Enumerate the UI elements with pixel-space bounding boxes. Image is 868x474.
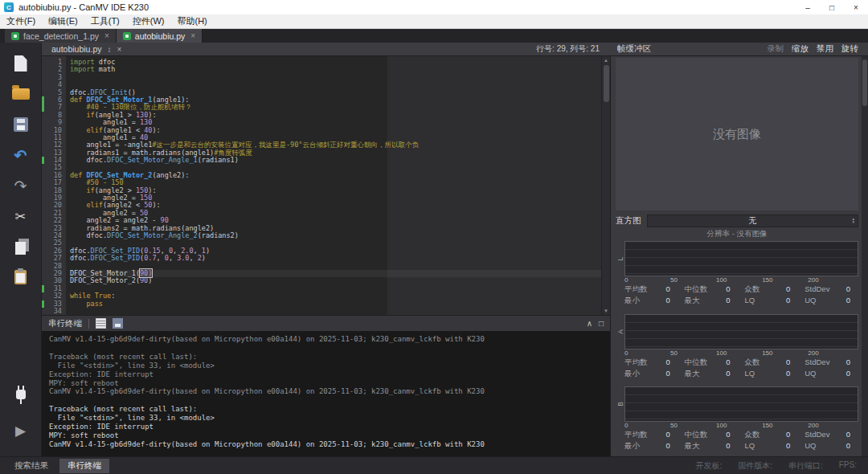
code-line: def DFOC_Set_Motor_2(angle2): bbox=[70, 172, 601, 179]
stat-中位数: 中位数0 bbox=[685, 358, 739, 368]
stat-value: 0 bbox=[726, 284, 730, 295]
right-scrollbar-thumb[interactable] bbox=[862, 59, 867, 106]
histogram-plot bbox=[624, 314, 858, 349]
stat-平均数: 平均数0 bbox=[624, 358, 678, 368]
histogram-mode-value: 无 bbox=[748, 215, 756, 227]
divider bbox=[88, 319, 89, 329]
save-log-icon[interactable] bbox=[113, 318, 123, 329]
tick-label: 0 bbox=[624, 276, 628, 284]
tick-label: 100 bbox=[716, 422, 727, 429]
framebuffer-button-禁用[interactable]: 禁用 bbox=[817, 43, 833, 55]
stat-StdDev: StdDev0 bbox=[805, 358, 858, 368]
right-panel-scrollbar[interactable] bbox=[862, 56, 868, 456]
paste-icon bbox=[14, 270, 27, 284]
menu-bar: 文件(F)编辑(E)工具(T)控件(W)帮助(H) bbox=[0, 14, 868, 29]
close-tab-icon[interactable]: × bbox=[104, 31, 109, 40]
toolbar-new-file-button[interactable] bbox=[6, 51, 35, 76]
window-controls: – □ × bbox=[796, 0, 868, 14]
text-cursor bbox=[152, 270, 153, 277]
popout-panel-icon[interactable]: □ bbox=[599, 319, 604, 328]
file-icon bbox=[11, 32, 19, 40]
toolbar-open-file-button[interactable] bbox=[6, 81, 35, 107]
stat-label: 中位数 bbox=[685, 284, 708, 295]
toolbar-redo-button[interactable] bbox=[6, 173, 35, 198]
stat-label: StdDev bbox=[805, 430, 829, 440]
toolbar-copy-button[interactable] bbox=[6, 234, 35, 259]
stat-label: 众数 bbox=[745, 284, 760, 295]
toolbar-paste-button[interactable] bbox=[6, 264, 35, 290]
status-info-item: FPS: bbox=[839, 460, 857, 472]
terminal-title: 串行终端 bbox=[48, 318, 82, 329]
stat-value: 0 bbox=[846, 358, 850, 368]
record-button[interactable]: 录制 bbox=[767, 43, 784, 55]
stat-value: 0 bbox=[665, 369, 669, 379]
toolbar-save-file-button[interactable] bbox=[6, 112, 35, 137]
histogram-plot bbox=[624, 386, 858, 422]
statusbar-tab-串行终端[interactable]: 串行终端 bbox=[59, 459, 109, 473]
editor-code-area[interactable]: import dfocimport math dfoc.DFOC_Init()d… bbox=[66, 56, 601, 315]
terminal-line: Traceback (most recent call last): bbox=[49, 405, 603, 414]
scroll-up-icon[interactable]: ▲ bbox=[604, 57, 608, 63]
tick-label: 200 bbox=[808, 276, 818, 284]
code-line bbox=[70, 308, 601, 315]
terminal-line: CanMV v1.4-15-gb6d9def-dirty(based on Mi… bbox=[49, 387, 603, 396]
terminal-line: Traceback (most recent call last): bbox=[49, 353, 603, 362]
editor-filename[interactable]: autobiubiu.py bbox=[51, 44, 101, 54]
toolbar-run-button[interactable] bbox=[6, 418, 35, 443]
menu-item[interactable]: 工具(T) bbox=[84, 15, 126, 27]
menu-item[interactable]: 编辑(E) bbox=[42, 15, 84, 27]
stat-label: LQ bbox=[745, 369, 755, 379]
scrollbar-thumb[interactable] bbox=[604, 65, 609, 102]
terminal-output[interactable]: CanMV v1.4-15-gb6d9def-dirty(based on Mi… bbox=[42, 331, 610, 456]
editor-tab[interactable]: face_detection_1.py× bbox=[5, 29, 117, 43]
stat-value: 0 bbox=[665, 430, 669, 440]
minimize-button[interactable]: – bbox=[796, 0, 820, 14]
close-tab-icon[interactable]: × bbox=[190, 31, 195, 40]
menu-item[interactable]: 文件(F) bbox=[0, 15, 42, 27]
terminal-line: MPY: soft reboot bbox=[49, 431, 603, 440]
stat-label: UQ bbox=[805, 369, 816, 379]
body-row: 1234567891011121314151617181920212223242… bbox=[42, 56, 868, 456]
histogram-chart-block: B050100150200平均数0中位数0众数0StdDev0最小0最大0LQ0… bbox=[616, 386, 858, 452]
tick-label: 0 bbox=[624, 422, 628, 429]
maximize-button[interactable]: □ bbox=[820, 0, 844, 14]
close-button[interactable]: × bbox=[844, 0, 868, 14]
x-axis-ticks: 050100150200 bbox=[624, 422, 858, 430]
collapse-panel-icon[interactable]: ∧ bbox=[587, 319, 592, 328]
histogram-stats: 平均数0中位数0众数0StdDev0最小0最大0LQ0UQ0 bbox=[624, 430, 858, 452]
editor-tab[interactable]: autobiubiu.py× bbox=[117, 29, 203, 43]
tick-label: 50 bbox=[670, 422, 678, 429]
stat-label: 平均数 bbox=[624, 284, 648, 295]
menu-item[interactable]: 帮助(H) bbox=[170, 15, 213, 27]
tick-label: 150 bbox=[762, 422, 772, 429]
scroll-down-icon[interactable]: ▼ bbox=[604, 308, 608, 314]
statusbar-tab-搜索结果[interactable]: 搜索结果 bbox=[6, 459, 56, 473]
stat-value: 0 bbox=[726, 430, 730, 440]
framebuffer-button-旋转[interactable]: 旋转 bbox=[841, 43, 858, 55]
stat-UQ: UQ0 bbox=[805, 441, 858, 452]
histogram-chart-block: L050100150200平均数0中位数0众数0StdDev0最小0最大0LQ0… bbox=[616, 241, 858, 306]
split-editor-icon[interactable]: ↕ bbox=[107, 45, 111, 54]
histogram-stats: 平均数0中位数0众数0StdDev0最小0最大0LQ0UQ0 bbox=[624, 358, 858, 379]
no-image-placeholder: 没有图像 bbox=[713, 127, 761, 142]
spinner-arrows-icon[interactable]: ▲▼ bbox=[852, 218, 855, 225]
editor-scrollbar[interactable]: ▲ ▼ bbox=[601, 56, 610, 315]
framebuffer-header: 帧缓冲区 录制 缩放禁用旋转 bbox=[611, 43, 868, 55]
channel-label: L bbox=[603, 255, 638, 264]
histogram-mode-select[interactable]: 无 ▲▼ bbox=[647, 215, 859, 227]
toolbar-connect-button[interactable] bbox=[6, 387, 35, 413]
stat-最小: 最小0 bbox=[624, 369, 678, 379]
stat-value: 0 bbox=[846, 369, 850, 379]
stat-label: 最小 bbox=[624, 441, 640, 452]
terminal-line: Exception: IDE interrupt bbox=[49, 370, 603, 379]
stat-label: 众数 bbox=[745, 358, 760, 368]
toolbar-undo-button[interactable] bbox=[6, 142, 35, 168]
framebuffer-button-缩放[interactable]: 缩放 bbox=[792, 43, 809, 55]
text-format-icon[interactable] bbox=[96, 318, 106, 329]
stat-UQ: UQ0 bbox=[805, 296, 858, 306]
close-document-icon[interactable]: × bbox=[117, 45, 121, 54]
toolbar-cut-button[interactable] bbox=[6, 203, 35, 229]
new-file-icon bbox=[14, 55, 27, 72]
menu-item[interactable]: 控件(W) bbox=[126, 15, 171, 27]
editor-terminal-column: 1234567891011121314151617181920212223242… bbox=[42, 56, 611, 456]
